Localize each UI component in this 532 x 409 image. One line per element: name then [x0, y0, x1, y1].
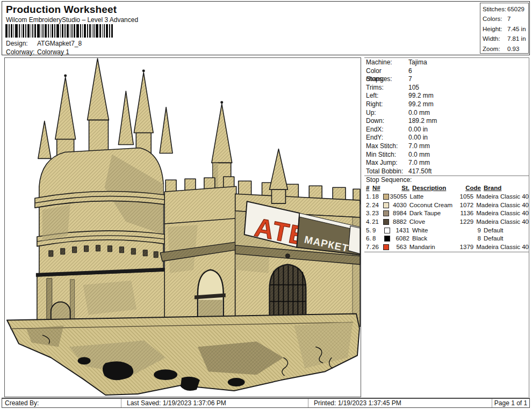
header: Production Worksheet Wilcom EmbroiderySt…: [2, 1, 530, 55]
stop-sequence-header: # N# St. Description Code Brand: [364, 184, 529, 193]
colorway-row: Colorway: Colorway 1: [6, 48, 69, 56]
machine-row: Stops:7: [364, 75, 529, 84]
thread-row: 2.24 4030Coconut Cream 1072Madeira Class…: [364, 201, 529, 210]
app-subtitle: Wilcom EmbroideryStudio – Level 3 Advanc…: [6, 16, 138, 24]
page-number: Page 1 of 1: [492, 399, 529, 407]
machine-info-list: Machine:Tajima Color changes:6 Stops:7 T…: [364, 58, 529, 176]
design-preview: АТБ МАРКЕТ: [4, 57, 361, 397]
thread-swatch: [384, 236, 390, 242]
machine-row: Max Stitch:7.0 mm: [364, 142, 529, 151]
machine-row: Right:99.2 mm: [364, 100, 529, 109]
stop-sequence-title: Stop Sequence:: [364, 176, 529, 184]
machine-row: Down:189.2 mm: [364, 117, 529, 126]
footer: Created By: Last Saved: 1/19/2023 1:37:0…: [2, 398, 530, 408]
colorway-label: Colorway:: [6, 48, 37, 56]
page-title: Production Worksheet: [6, 4, 117, 16]
created-by: Created By:: [2, 399, 121, 407]
colorway-value: Colorway 1: [37, 48, 69, 56]
production-worksheet-page: Production Worksheet Wilcom EmbroiderySt…: [0, 0, 532, 409]
thread-row: 6.8 6082Black 8Default: [364, 235, 529, 243]
castle-embroidery-art: АТБ МАРКЕТ: [5, 58, 361, 397]
thread-row: 7.26 563Mandarin 1379Madeira Classic 40: [364, 243, 529, 252]
thread-row: 3.23 8984Dark Taupe 1136Madeira Classic …: [364, 209, 529, 218]
machine-row: Trims:105: [364, 84, 529, 92]
machine-row: Min Stitch:0.0 mm: [364, 151, 529, 159]
thread-swatch: [383, 202, 389, 208]
printed: Printed: 1/19/2023 1:37:45 PM: [308, 399, 492, 407]
machine-row: Left:99.2 mm: [364, 92, 529, 100]
machine-row: Color changes:6: [364, 67, 529, 76]
stat-colors: Colors:7: [483, 14, 528, 24]
stat-height: Height:7.45 in: [483, 24, 528, 34]
machine-row: EndY:0.00 in: [364, 134, 529, 142]
thread-swatch: [383, 244, 389, 250]
stop-sequence-table: # N# St. Description Code Brand 1.18 350…: [364, 184, 529, 252]
machine-panel: Machine:Tajima Color changes:6 Stops:7 T…: [364, 57, 529, 397]
thread-swatch: [383, 210, 389, 216]
stat-width: Width:7.81 in: [483, 34, 528, 43]
machine-row: Up:0.0 mm: [364, 109, 529, 118]
machine-row: EndX:0.00 in: [364, 126, 529, 134]
barcode: [5, 24, 116, 38]
stat-stitches: Stitches:65029: [483, 4, 528, 14]
thread-row: 4.21 8882Clove 1229Madeira Classic 40: [364, 218, 529, 227]
machine-row: Machine:Tajima: [364, 59, 529, 67]
thread-row: 5.9 1431White 9Default: [364, 227, 529, 235]
thread-swatch: [384, 228, 390, 233]
stat-zoom: Zoom:0.93: [483, 44, 528, 54]
thread-swatch: [383, 194, 389, 200]
summary-stats: Stitches:65029 Colors:7 Height:7.45 in W…: [480, 3, 529, 54]
last-saved: Last Saved: 1/19/2023 1:37:06 PM: [121, 399, 308, 407]
thread-swatch: [383, 219, 389, 225]
design-row: Design: ATGMapket7_8: [6, 40, 82, 47]
thread-row: 1.18 35055Latte 1055Madeira Classic 40: [364, 193, 529, 201]
panel-divider: [364, 252, 529, 252]
design-label: Design:: [6, 40, 37, 47]
design-value: ATGMapket7_8: [37, 40, 82, 47]
machine-row: Max Jump:7.0 mm: [364, 159, 529, 167]
machine-row: Total Bobbin:417.50ft: [364, 167, 529, 176]
